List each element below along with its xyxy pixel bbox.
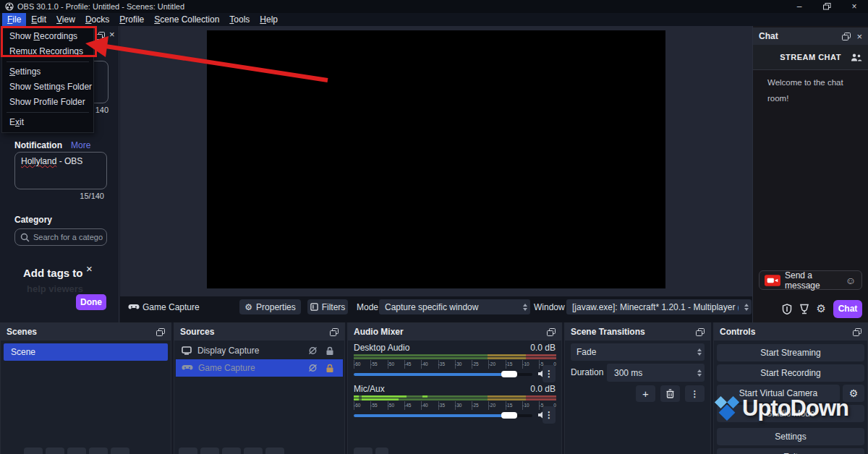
spinner-icon[interactable] — [697, 369, 702, 377]
menu-scene-collection[interactable]: Scene Collection — [149, 13, 224, 26]
remove-transition-button[interactable] — [660, 385, 680, 402]
slider-handle[interactable] — [501, 412, 517, 419]
moderation-shield-icon[interactable] — [782, 304, 792, 314]
chat-welcome-message: Welcome to the chat room! — [767, 75, 853, 107]
dock-popup-icon[interactable] — [96, 32, 105, 40]
menu-item-show-profile-folder[interactable]: Show Profile Folder — [2, 95, 93, 110]
virtual-camera-settings-button[interactable] — [843, 385, 864, 402]
source-row-display-capture[interactable]: Display Capture — [176, 342, 343, 359]
trophy-icon[interactable] — [799, 304, 809, 314]
video-camera-icon[interactable] — [765, 275, 780, 286]
controls-panel: Controls Start Streaming Start Recording… — [713, 322, 868, 454]
channel-menu-button[interactable] — [542, 365, 556, 382]
mixer-menu-button[interactable] — [375, 447, 388, 454]
menu-item-show-recordings[interactable]: Show Recordings — [2, 29, 93, 44]
scene-up-button[interactable] — [89, 447, 108, 454]
controls-popup-icon[interactable] — [853, 328, 861, 336]
emote-icon[interactable] — [846, 275, 856, 286]
menu-view[interactable]: View — [51, 13, 80, 26]
start-recording-button[interactable]: Start Recording — [717, 364, 864, 382]
menu-file[interactable]: File — [2, 13, 26, 26]
settings-button[interactable]: Settings — [717, 428, 864, 445]
lock-icon[interactable] — [326, 364, 334, 373]
menu-item-exit[interactable]: Exit — [2, 115, 93, 130]
menu-edit[interactable]: Edit — [26, 13, 51, 26]
studio-mode-button[interactable]: Studio Mode — [717, 405, 864, 422]
menu-help[interactable]: Help — [255, 13, 283, 26]
remove-scene-button[interactable] — [46, 447, 64, 454]
menu-docks[interactable]: Docks — [80, 13, 114, 26]
chat-settings-icon[interactable] — [817, 302, 826, 315]
hidden-eye-icon[interactable] — [307, 364, 318, 372]
start-virtual-camera-button[interactable]: Start Virtual Camera — [717, 385, 840, 402]
scene-down-button[interactable] — [111, 447, 129, 454]
source-up-button[interactable] — [244, 447, 263, 454]
transition-select[interactable]: Fade — [571, 343, 705, 361]
add-scene-button[interactable] — [24, 447, 43, 454]
spinner-icon[interactable] — [523, 304, 527, 311]
category-search-input[interactable]: Search for a catego — [14, 228, 107, 246]
properties-button[interactable]: Properties — [239, 299, 301, 314]
window-select[interactable]: [javaw.exe]: Minecraft* 1.20.1 - Multipl… — [566, 299, 752, 314]
chat-message-input[interactable]: Send a message — [759, 270, 862, 290]
dock-close-icon[interactable] — [109, 29, 115, 40]
transitions-popup-icon[interactable] — [696, 328, 705, 336]
restore-button[interactable] — [813, 0, 841, 13]
menu-separator — [7, 112, 89, 113]
window-label: Window — [534, 302, 565, 312]
chat-popup-icon[interactable] — [842, 33, 851, 40]
chat-close-icon[interactable] — [856, 31, 862, 42]
mode-value: Capture specific window — [385, 302, 478, 312]
menu-item-settings[interactable]: Settings — [2, 64, 93, 80]
add-source-button[interactable] — [179, 447, 197, 454]
meter-tick-label: -50 — [388, 403, 394, 410]
sources-popup-icon[interactable] — [330, 328, 339, 336]
duration-input[interactable]: 300 ms — [607, 364, 705, 382]
source-down-button[interactable] — [265, 447, 284, 454]
source-row-game-capture[interactable]: Game Capture — [176, 359, 343, 377]
preview-canvas[interactable] — [207, 30, 665, 288]
mode-select[interactable]: Capture specific window — [379, 299, 530, 314]
close-button[interactable] — [841, 0, 868, 13]
remove-source-button[interactable] — [200, 447, 219, 454]
source-properties-button[interactable] — [222, 447, 241, 454]
scene-filters-button[interactable] — [67, 447, 86, 454]
transition-menu-button[interactable] — [685, 385, 705, 402]
transitions-panel: Scene Transitions Fade Duration 300 ms — [564, 322, 711, 454]
lock-icon[interactable] — [326, 346, 334, 356]
menu-profile[interactable]: Profile — [114, 13, 149, 26]
scenes-popup-icon[interactable] — [156, 328, 165, 336]
chat-send-button[interactable]: Chat — [833, 300, 862, 318]
chatters-icon[interactable] — [851, 53, 862, 62]
spinner-icon[interactable] — [744, 304, 749, 311]
start-streaming-button[interactable]: Start Streaming — [717, 344, 864, 361]
mixer-settings-button[interactable] — [354, 447, 373, 454]
filters-button[interactable]: Filters — [307, 299, 348, 314]
chat-footer: Chat — [753, 295, 868, 322]
stream-chat-title: STREAM CHAT — [780, 53, 841, 61]
menu-item-remux-recordings[interactable]: Remux Recordings — [2, 44, 93, 59]
channel-menu-button[interactable] — [542, 406, 556, 424]
exit-button[interactable]: Exit — [717, 448, 864, 454]
channel-level: 0.0 dB — [530, 384, 556, 394]
slider-handle[interactable] — [501, 371, 517, 377]
notification-textarea[interactable]: Hollyland - OBS — [14, 152, 107, 189]
more-link[interactable]: More — [71, 140, 90, 150]
audio-mixer-title: Audio Mixer — [354, 327, 404, 337]
menu-tools[interactable]: Tools — [224, 13, 255, 26]
volume-slider[interactable] — [354, 411, 532, 421]
audio-mixer-popup-icon[interactable] — [547, 328, 556, 336]
done-button[interactable]: Done — [76, 294, 106, 310]
spinner-icon[interactable] — [697, 348, 702, 356]
hidden-eye-icon[interactable] — [307, 346, 318, 355]
meter-tick-label: -35 — [438, 403, 445, 410]
tags-close-icon[interactable] — [86, 262, 93, 275]
source-name: Game Capture — [198, 363, 255, 373]
duration-label: Duration — [571, 367, 603, 377]
meter-tick-label: -55 — [370, 361, 377, 369]
add-transition-button[interactable] — [636, 385, 655, 402]
menu-item-show-settings-folder[interactable]: Show Settings Folder — [2, 80, 93, 95]
scene-list-item[interactable]: Scene — [4, 343, 168, 361]
volume-slider[interactable] — [354, 369, 532, 380]
minimize-button[interactable] — [786, 0, 813, 13]
